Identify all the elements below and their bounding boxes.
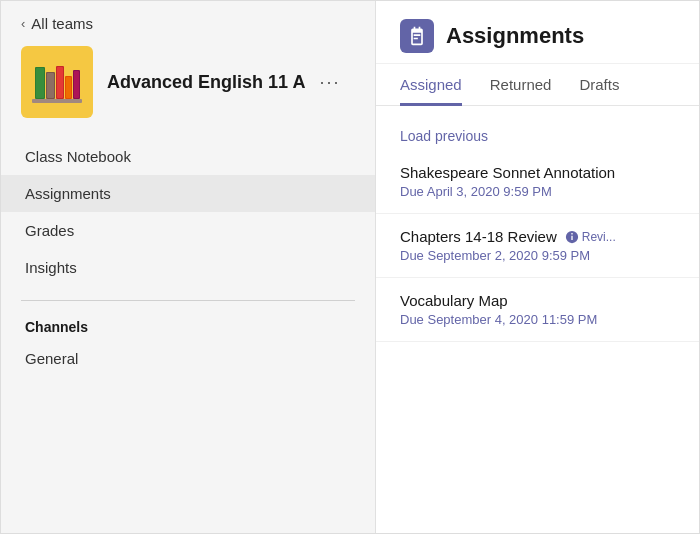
assignment-title: Shakespeare Sonnet Annotation bbox=[400, 164, 615, 181]
channels-label: Channels bbox=[25, 319, 351, 335]
assignments-icon bbox=[400, 19, 434, 53]
nav-item-grades[interactable]: Grades bbox=[1, 212, 375, 249]
nav-item-assignments[interactable]: Assignments bbox=[1, 175, 375, 212]
assignment-title-row: Shakespeare Sonnet Annotation bbox=[400, 164, 675, 181]
assignment-title: Chapters 14-18 Review bbox=[400, 228, 557, 245]
svg-rect-7 bbox=[66, 77, 71, 98]
svg-rect-3 bbox=[47, 73, 54, 98]
assignment-due: Due September 2, 2020 9:59 PM bbox=[400, 248, 675, 263]
team-icon bbox=[21, 46, 93, 118]
svg-rect-10 bbox=[32, 99, 82, 103]
load-previous-button[interactable]: Load previous bbox=[376, 116, 699, 150]
assignment-title-row: Chapters 14-18 Review Revi... bbox=[400, 228, 675, 245]
nav-item-insights[interactable]: Insights bbox=[1, 249, 375, 286]
main-title: Assignments bbox=[446, 23, 584, 49]
sidebar-divider bbox=[21, 300, 355, 301]
assignment-due: Due April 3, 2020 9:59 PM bbox=[400, 184, 675, 199]
team-info: Advanced English 11 A ··· bbox=[107, 70, 344, 95]
more-options-button[interactable]: ··· bbox=[315, 70, 344, 95]
back-label: All teams bbox=[31, 15, 93, 32]
review-label: Revi... bbox=[582, 230, 616, 244]
assignment-title: Vocabulary Map bbox=[400, 292, 508, 309]
nav-item-class-notebook[interactable]: Class Notebook bbox=[1, 138, 375, 175]
svg-rect-9 bbox=[74, 71, 79, 98]
main-content: Assignments Assigned Returned Drafts Loa… bbox=[376, 1, 699, 533]
assignment-item[interactable]: Shakespeare Sonnet Annotation Due April … bbox=[376, 150, 699, 214]
svg-rect-1 bbox=[36, 68, 44, 98]
assignment-title-row: Vocabulary Map bbox=[400, 292, 675, 309]
team-header: Advanced English 11 A ··· bbox=[1, 46, 375, 134]
assignment-item[interactable]: Vocabulary Map Due September 4, 2020 11:… bbox=[376, 278, 699, 342]
content-area: Load previous Shakespeare Sonnet Annotat… bbox=[376, 106, 699, 533]
team-name-row: Advanced English 11 A ··· bbox=[107, 70, 344, 95]
tabs-row: Assigned Returned Drafts bbox=[376, 64, 699, 106]
svg-rect-5 bbox=[57, 67, 63, 98]
chevron-left-icon: ‹ bbox=[21, 16, 25, 31]
main-header: Assignments bbox=[376, 1, 699, 64]
tab-returned[interactable]: Returned bbox=[490, 64, 552, 106]
sidebar: ‹ All teams bbox=[1, 1, 376, 533]
tab-drafts[interactable]: Drafts bbox=[579, 64, 619, 106]
sidebar-nav: Class Notebook Assignments Grades Insigh… bbox=[1, 134, 375, 290]
team-name: Advanced English 11 A bbox=[107, 72, 305, 93]
tab-assigned[interactable]: Assigned bbox=[400, 64, 462, 106]
assignment-due: Due September 4, 2020 11:59 PM bbox=[400, 312, 675, 327]
assignment-item[interactable]: Chapters 14-18 Review Revi... Due Septem… bbox=[376, 214, 699, 278]
back-nav[interactable]: ‹ All teams bbox=[1, 1, 375, 46]
channels-section: Channels General bbox=[1, 311, 375, 380]
channel-item-general[interactable]: General bbox=[25, 341, 351, 376]
review-badge[interactable]: Revi... bbox=[565, 230, 616, 244]
